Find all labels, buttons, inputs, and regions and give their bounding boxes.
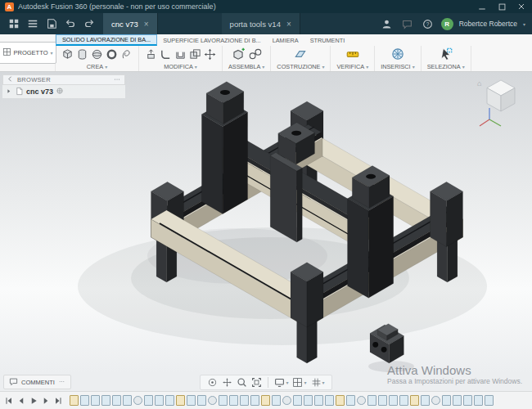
timeline-feature-extrude[interactable] [229, 395, 238, 406]
comments-bar[interactable]: COMMENTI [3, 375, 71, 389]
origin-toggle-icon[interactable] [56, 87, 64, 97]
timeline-feature-extrude[interactable] [144, 395, 153, 406]
timeline-feature-extrude[interactable] [219, 395, 228, 406]
timeline-feature-component[interactable] [176, 395, 185, 406]
timeline-feature-sketch[interactable] [80, 395, 89, 406]
display-nav-button[interactable]: ▾ [274, 377, 288, 388]
timeline-feature-component[interactable] [70, 395, 79, 406]
ribbon-tab-4[interactable]: STRUMENTI [304, 34, 351, 46]
timeline-feature-extrude[interactable] [272, 395, 281, 406]
close-button[interactable] [516, 1, 527, 12]
timeline-feature-extrude[interactable] [314, 395, 323, 406]
timeline-feature-sketch[interactable] [325, 395, 334, 406]
timeline-feature-extrude[interactable] [485, 395, 494, 406]
timeline-feature-extrude[interactable] [442, 395, 451, 406]
person-button[interactable] [380, 16, 394, 31]
timeline-feature-sketch[interactable] [463, 395, 472, 406]
timeline-feature-extrude[interactable] [165, 395, 174, 406]
ribbon-tab-1[interactable]: SOLIDO LAVORAZIONE DI BA... [56, 34, 157, 46]
timeline-feature-extrude[interactable] [367, 395, 376, 406]
insert-tool-button[interactable] [390, 47, 405, 61]
fillet-tool-button[interactable] [160, 48, 172, 61]
orbit-nav-button[interactable] [207, 377, 218, 388]
timeline-feature-extrude[interactable] [187, 395, 196, 406]
browser-item-document[interactable]: cnc v73 [2, 85, 125, 98]
timeline-feature-joint[interactable] [431, 396, 440, 405]
pan-nav-button[interactable] [222, 377, 232, 388]
timeline-feature-extrude[interactable] [123, 395, 132, 406]
comment-button[interactable] [400, 16, 415, 31]
timeline-feature-component[interactable] [261, 395, 270, 406]
timeline-feature-extrude[interactable] [91, 395, 100, 406]
timeline-feature-sketch[interactable] [112, 395, 121, 406]
timeline-feature-sketch[interactable] [155, 395, 164, 406]
progetto-button[interactable]: PROGETTO ▾ [0, 42, 56, 64]
ribbon-tab-3[interactable]: LAMIERA [267, 34, 304, 46]
collapse-left-icon[interactable] [7, 75, 14, 84]
measure-tool-button[interactable] [345, 47, 360, 61]
timeline-feature-sketch[interactable] [378, 395, 387, 406]
redo-button[interactable] [82, 16, 97, 31]
avatar[interactable]: R [441, 18, 453, 30]
timeline-feature-extrude[interactable] [474, 395, 483, 406]
document-tab[interactable]: cnc v73× [103, 13, 158, 34]
viewport[interactable]: ⌂ BROWSER cnc v73 [0, 72, 532, 373]
cursor-tool-button[interactable] [439, 47, 453, 61]
minimize-button[interactable] [476, 1, 488, 12]
fit-nav-button[interactable] [251, 377, 262, 388]
timeline-feature-extrude[interactable] [101, 395, 110, 406]
browser-header[interactable]: BROWSER [2, 74, 125, 85]
zoom-nav-button[interactable] [237, 377, 247, 388]
timeline-feature-component[interactable] [410, 395, 419, 406]
user-name[interactable]: Robertce Robertce [459, 20, 517, 28]
new-component-tool-button[interactable] [231, 47, 246, 61]
timeline-feature-joint[interactable] [208, 396, 217, 405]
timeline-play-button[interactable] [29, 396, 38, 406]
timeline-feature-joint[interactable] [282, 396, 291, 405]
cnc-machine-model[interactable] [78, 82, 487, 363]
menu-button[interactable] [25, 16, 40, 31]
close-tab-icon[interactable]: × [144, 20, 149, 29]
ribbon-group-label[interactable]: INSERISCI▾ [381, 63, 415, 70]
sphere-tool-button[interactable] [91, 48, 103, 61]
timeline-step-fwd-button[interactable] [41, 396, 51, 406]
timeline-feature-extrude[interactable] [453, 395, 462, 406]
data-panel-button[interactable] [7, 16, 21, 31]
shell-tool-button[interactable] [174, 48, 187, 61]
timeline-skip-start-button[interactable] [4, 396, 14, 406]
timeline-feature-extrude[interactable] [346, 395, 355, 406]
combine-tool-button[interactable] [189, 48, 201, 61]
timeline-feature-extrude[interactable] [304, 395, 313, 406]
expand-triangle-icon[interactable] [5, 88, 12, 97]
press-pull-tool-button[interactable] [145, 48, 157, 61]
plane-tool-button[interactable] [293, 47, 308, 61]
ribbon-group-label[interactable]: VERIFICA▾ [336, 63, 368, 70]
timeline-feature-sketch[interactable] [293, 395, 302, 406]
help-button[interactable]: ? [421, 16, 435, 31]
undo-button[interactable] [63, 16, 78, 31]
maximize-button[interactable] [496, 1, 507, 12]
timeline-feature-component[interactable] [336, 395, 345, 406]
ribbon-group-label[interactable]: COSTRUZIONE▾ [277, 63, 324, 70]
ribbon-group-label[interactable]: CREA▾ [87, 63, 107, 70]
cylinder-tool-button[interactable] [76, 48, 88, 61]
ribbon-tab-2[interactable]: SUPERFICIE LAVORAZIONE DI B... [157, 34, 266, 46]
layout-nav-button[interactable]: ▾ [292, 377, 306, 388]
grip-icon[interactable] [113, 75, 121, 85]
timeline-feature-extrude[interactable] [250, 395, 259, 406]
timeline-feature-joint[interactable] [357, 396, 366, 405]
ribbon-group-label[interactable]: SELEZIONA▾ [427, 63, 465, 70]
joint-tool-button[interactable] [248, 47, 263, 61]
save-button[interactable] [44, 16, 59, 31]
timeline-feature-joint[interactable] [133, 396, 142, 405]
move-tool-button[interactable] [204, 48, 216, 61]
timeline-feature-sketch[interactable] [197, 395, 206, 406]
timeline-feature-sketch[interactable] [240, 395, 249, 406]
timeline-feature-extrude[interactable] [389, 395, 398, 406]
torus-tool-button[interactable] [106, 48, 118, 61]
view-cube[interactable]: ⌂ [477, 79, 515, 111]
timeline-feature-sketch[interactable] [421, 395, 430, 406]
timeline-skip-end-button[interactable] [53, 396, 63, 406]
close-tab-icon[interactable]: × [286, 20, 291, 29]
home-view-icon[interactable]: ⌂ [477, 79, 481, 88]
